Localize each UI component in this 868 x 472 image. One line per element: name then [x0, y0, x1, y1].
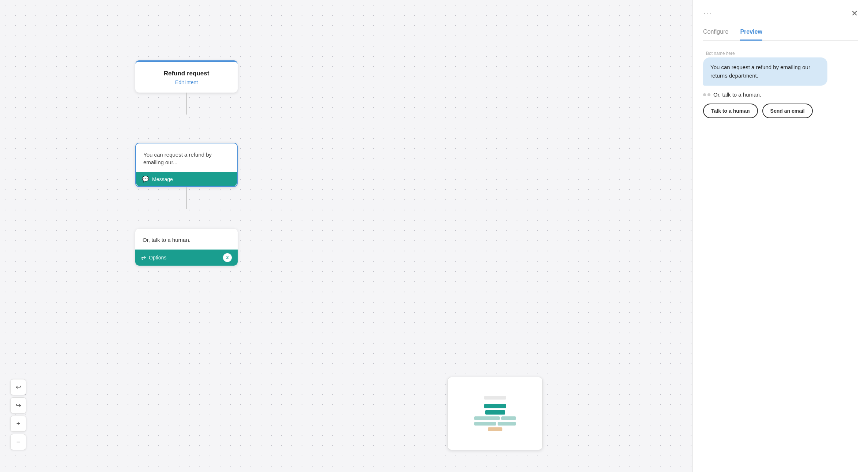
tab-preview[interactable]: Preview — [740, 29, 762, 41]
typing-text: Or, talk to a human. — [713, 91, 761, 98]
right-panel: ··· ✕ Configure Preview Bot name here Yo… — [692, 0, 868, 472]
options-node: Or, talk to a human. ⇄ Options 2 — [135, 229, 238, 266]
intent-node-subtitle[interactable]: Edit intent — [135, 79, 238, 93]
bot-message-group: Bot name here You can request a refund b… — [703, 51, 858, 86]
panel-content: Bot name here You can request a refund b… — [693, 41, 868, 472]
options-node-text: Or, talk to a human. — [135, 229, 238, 250]
message-node: You can request a refund by emailing our… — [135, 143, 238, 209]
panel-tabs: Configure Preview — [703, 29, 858, 41]
mini-preview-card — [448, 377, 543, 450]
panel-more-button[interactable]: ··· — [703, 9, 712, 18]
bot-name-label: Bot name here — [706, 51, 858, 56]
typing-dot-1 — [703, 93, 706, 96]
zoom-out-button[interactable]: − — [10, 434, 26, 450]
bot-bubble: You can request a refund by emailing our… — [703, 57, 827, 86]
canvas-area: ↩ ↪ + − Refund request Edit intent You c… — [0, 0, 692, 472]
connector-line-1 — [186, 93, 187, 115]
panel-header: ··· ✕ — [693, 0, 868, 18]
typing-dots — [703, 93, 710, 96]
options-node-footer: ⇄ Options 2 — [135, 250, 238, 266]
redo-button[interactable]: ↪ — [10, 397, 26, 413]
toolbar: ↩ ↪ + − — [10, 379, 26, 450]
tab-configure[interactable]: Configure — [703, 29, 728, 41]
message-icon: 💬 — [142, 176, 149, 183]
zoom-in-button[interactable]: + — [10, 416, 26, 432]
options-node-card[interactable]: Or, talk to a human. ⇄ Options 2 — [135, 229, 238, 266]
intent-node-title: Refund request — [135, 62, 238, 79]
typing-dot-2 — [707, 93, 710, 96]
chat-button-send-email[interactable]: Send an email — [762, 104, 813, 118]
intent-node: Refund request Edit intent — [135, 60, 238, 115]
chat-buttons: Talk to a human Send an email — [703, 104, 858, 118]
mini-bars — [454, 404, 536, 431]
message-footer-label: Message — [152, 176, 173, 182]
mini-bar-top — [484, 396, 506, 400]
intent-node-card[interactable]: Refund request Edit intent — [135, 60, 238, 93]
options-badge: 2 — [223, 253, 232, 262]
panel-close-button[interactable]: ✕ — [851, 9, 858, 18]
undo-button[interactable]: ↩ — [10, 379, 26, 395]
typing-row: Or, talk to a human. — [703, 91, 858, 98]
options-icon: ⇄ — [141, 254, 146, 261]
chat-button-talk-human[interactable]: Talk to a human — [703, 104, 758, 118]
options-footer-label: Options — [149, 255, 166, 261]
message-node-footer: 💬 Message — [136, 172, 237, 186]
message-node-text: You can request a refund by emailing our… — [136, 143, 237, 172]
chat-preview: Bot name here You can request a refund b… — [703, 51, 858, 118]
message-node-card[interactable]: You can request a refund by emailing our… — [135, 143, 238, 187]
connector-line-2 — [186, 187, 187, 209]
